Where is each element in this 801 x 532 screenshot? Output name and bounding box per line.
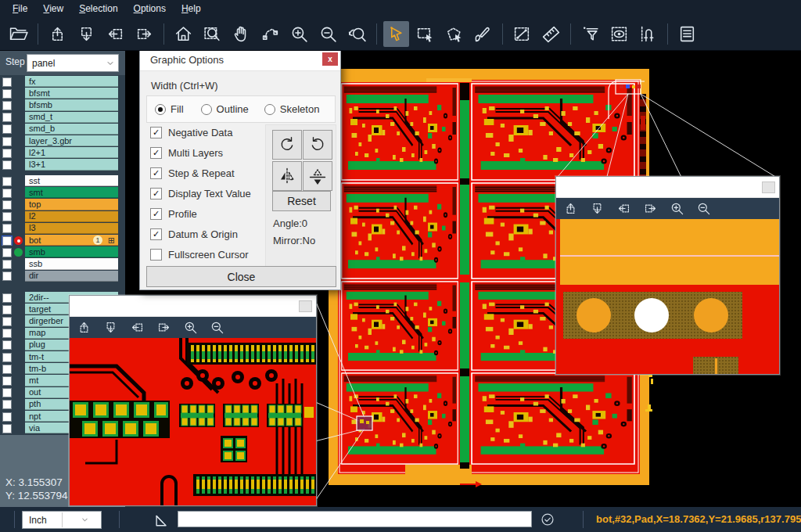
layer-visibility-checkbox[interactable] <box>2 100 13 110</box>
zoomwin-tool-pan-down[interactable] <box>102 319 119 336</box>
layer-name-cell[interactable]: ssb <box>25 258 118 269</box>
layer-visibility-checkbox[interactable] <box>2 293 13 303</box>
zoom-window-detail[interactable] <box>69 295 317 506</box>
zoomwin-tool-pan-down[interactable] <box>588 200 605 217</box>
layer-name-cell[interactable]: layer_3.gbr <box>25 135 118 146</box>
corner-angle-icon[interactable] <box>153 511 172 528</box>
rotate-cw-button[interactable] <box>272 130 302 160</box>
layer-name-cell[interactable]: dir <box>25 271 118 282</box>
layer-visibility-checkbox[interactable] <box>2 304 13 315</box>
rotate-ccw-button[interactable] <box>303 130 332 160</box>
layer-row-l3[interactable]: l3 <box>0 223 125 235</box>
tool-zoom-previous[interactable] <box>344 21 370 47</box>
flip-horizontal-button[interactable] <box>303 161 332 191</box>
tool-pan-left[interactable] <box>102 21 128 47</box>
menu-view[interactable]: View <box>35 2 71 16</box>
layer-visibility-checkbox[interactable] <box>2 124 13 135</box>
tool-home-view[interactable] <box>171 21 196 47</box>
checkbox-box[interactable]: ✓ <box>150 147 162 159</box>
tool-pan-right[interactable] <box>131 21 157 47</box>
zoomwin-tool-zoom-in[interactable] <box>668 200 685 217</box>
tool-open-file[interactable] <box>5 21 31 47</box>
layer-visibility-checkbox[interactable] <box>2 364 13 374</box>
layer-row-smt[interactable]: smt <box>0 187 125 199</box>
layer-visibility-checkbox[interactable] <box>2 376 13 386</box>
zoom-window-titlebar[interactable] <box>556 177 779 198</box>
tool-zoom-window[interactable] <box>199 21 225 47</box>
tool-view-options[interactable] <box>606 21 632 47</box>
layer-name-cell[interactable]: bfsmt <box>25 88 118 99</box>
layer-visibility-checkbox[interactable] <box>2 412 13 422</box>
layer-name-cell[interactable]: smd_b <box>25 124 118 135</box>
checkbox-step-repeat[interactable]: ✓Step & Repeat <box>150 166 235 180</box>
layer-name-cell[interactable]: fx <box>25 76 118 87</box>
layer-row-l2+1[interactable]: l2+1 <box>0 147 125 159</box>
layer-visibility-checkbox[interactable] <box>2 188 13 198</box>
tool-pan-down[interactable] <box>74 21 99 47</box>
tool-select-polygon[interactable] <box>441 21 467 47</box>
radio-circle[interactable] <box>201 104 212 115</box>
layer-visibility-checkbox[interactable] <box>2 224 13 234</box>
zoomwin-tool-zoom-out[interactable] <box>695 200 712 217</box>
zoomwin-tool-pan-right[interactable] <box>155 319 172 336</box>
tool-filter[interactable] <box>577 21 603 47</box>
zoom-window-view[interactable] <box>556 219 779 374</box>
checkbox-box[interactable] <box>150 249 162 261</box>
layer-row-smd_b[interactable]: smd_b <box>0 124 125 135</box>
layer-row-bfsmt[interactable]: bfsmt <box>0 88 125 99</box>
close-button[interactable]: Close <box>146 266 336 287</box>
zoom-window-fiducial[interactable] <box>555 176 780 375</box>
window-button[interactable] <box>762 182 775 193</box>
unit-select[interactable]: Inch <box>22 511 102 529</box>
checkbox-box[interactable]: ✓ <box>150 127 162 138</box>
checkbox-profile[interactable]: ✓Profile <box>150 207 197 221</box>
layer-visibility-checkbox[interactable] <box>2 316 13 326</box>
layer-row-l3+1[interactable]: l3+1 <box>0 159 125 171</box>
layer-name-cell[interactable]: bot1⊞ <box>25 235 118 246</box>
layer-name-cell[interactable]: smd_t <box>25 112 118 123</box>
checkbox-datum-origin[interactable]: ✓Datum & Origin <box>150 227 238 241</box>
checkbox-box[interactable]: ✓ <box>150 188 162 200</box>
tool-zoom-in[interactable] <box>286 21 312 47</box>
layer-name-cell[interactable]: l3+1 <box>25 159 118 170</box>
layer-row-ssb[interactable]: ssb <box>0 258 125 270</box>
layer-row-l2[interactable]: l2 <box>0 211 125 223</box>
tool-select-rect[interactable] <box>412 21 438 47</box>
layer-row-smd_t[interactable]: smd_t <box>0 112 125 124</box>
zoom-window-view[interactable] <box>70 338 316 505</box>
zoomwin-tool-pan-up[interactable] <box>75 319 92 336</box>
tool-select-cursor[interactable] <box>383 21 409 47</box>
step-select[interactable]: panel <box>27 54 119 72</box>
zoomwin-tool-pan-up[interactable] <box>562 200 579 217</box>
checkbox-negative-data[interactable]: ✓Negative Data <box>150 125 232 139</box>
layer-name-cell[interactable]: l2 <box>25 211 118 222</box>
radio-fill[interactable]: Fill <box>155 103 184 115</box>
layer-visibility-checkbox[interactable] <box>2 200 13 210</box>
layer-visibility-checkbox[interactable] <box>2 235 13 246</box>
menu-options[interactable]: Options <box>126 2 174 16</box>
layer-visibility-checkbox[interactable] <box>2 88 13 99</box>
layer-row-bfsmb[interactable]: bfsmb <box>0 99 125 111</box>
layer-visibility-checkbox[interactable] <box>2 113 13 123</box>
layer-visibility-checkbox[interactable] <box>2 148 13 158</box>
flip-vertical-button[interactable] <box>272 161 302 191</box>
zoomwin-tool-zoom-in[interactable] <box>181 319 199 336</box>
layer-visibility-checkbox[interactable] <box>2 176 13 186</box>
layer-name-cell[interactable]: sst <box>25 175 118 186</box>
menu-file[interactable]: File <box>5 2 35 16</box>
zoomwin-tool-pan-left[interactable] <box>615 200 632 217</box>
window-button[interactable] <box>299 300 312 312</box>
command-input[interactable] <box>178 511 532 527</box>
layer-row-top[interactable]: top <box>0 199 125 210</box>
checkbox-box[interactable]: ✓ <box>150 208 162 220</box>
tool-measure-diagonal[interactable] <box>509 21 535 47</box>
tool-pan-up[interactable] <box>45 21 70 47</box>
tool-zoom-out[interactable] <box>315 21 341 47</box>
zoomwin-tool-pan-left[interactable] <box>128 319 145 336</box>
tool-measure-ruler[interactable] <box>538 21 564 47</box>
layer-visibility-checkbox[interactable] <box>2 388 13 398</box>
layer-visibility-checkbox[interactable] <box>2 259 13 269</box>
radio-circle[interactable] <box>264 104 275 115</box>
layer-row-smb[interactable]: smb <box>0 246 125 258</box>
layer-name-cell[interactable]: l3 <box>25 223 118 234</box>
